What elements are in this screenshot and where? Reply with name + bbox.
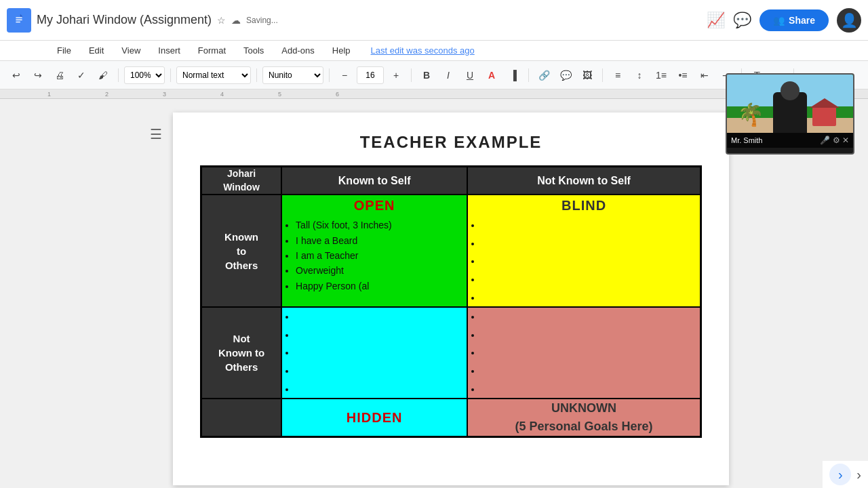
list-item[interactable] (481, 362, 700, 380)
unknown-list (468, 308, 700, 398)
outline-icon[interactable]: ☰ (150, 126, 162, 142)
comments-icon[interactable]: 💬 (733, 12, 751, 29)
line-spacing-button[interactable]: ↕ (630, 66, 649, 85)
mic-icon[interactable]: 🎤 (820, 136, 830, 145)
menu-insert[interactable]: Insert (155, 44, 183, 57)
paint-format-button[interactable]: 🖌 (94, 66, 113, 85)
comment-button[interactable]: 💬 (556, 66, 575, 85)
undo-button[interactable]: ↩ (7, 66, 26, 85)
bold-button[interactable]: B (417, 66, 436, 85)
blind-cell[interactable]: BLIND (467, 195, 701, 307)
menu-bar: File Edit View Insert Format Tools Add-o… (0, 41, 868, 61)
list-item[interactable] (481, 289, 700, 307)
bulleted-list-button[interactable]: •≡ (673, 66, 692, 85)
text-style-selector[interactable]: Normal text (176, 66, 251, 84)
svg-rect-1 (16, 17, 22, 18)
list-item[interactable] (296, 362, 467, 380)
star-icon[interactable]: ☆ (217, 15, 226, 26)
bottom-bar: › › (823, 461, 868, 488)
print-button[interactable]: 🖨 (50, 66, 69, 85)
collapse-icon[interactable]: › (856, 467, 861, 483)
video-overlay: 🌴 Mr. Smith 🎤 ⚙ ✕ (726, 73, 854, 155)
menu-help[interactable]: Help (330, 44, 353, 57)
redo-button[interactable]: ↪ (28, 66, 47, 85)
video-settings-icon[interactable]: ⚙ (833, 136, 840, 145)
bottom-label-row: HIDDEN UNKNOWN (5 Personal Goals Here) (201, 399, 701, 437)
image-button[interactable]: 🖼 (578, 66, 597, 85)
list-item[interactable] (296, 380, 467, 399)
font-size-input[interactable] (357, 66, 384, 84)
list-item[interactable] (481, 252, 700, 270)
menu-tools[interactable]: Tools (241, 44, 267, 57)
divider-3 (256, 68, 257, 82)
top-right-actions: 📈 💬 👥 Share 👤 (707, 8, 861, 33)
menu-format[interactable]: Format (195, 44, 229, 57)
list-item[interactable] (481, 344, 700, 362)
font-size-increase-button[interactable]: + (387, 66, 406, 85)
list-item[interactable] (481, 326, 700, 344)
google-docs-icon (7, 8, 31, 33)
last-edit-status: Last edit was seconds ago (371, 45, 475, 56)
video-feed: 🌴 (727, 75, 853, 133)
known-to-others-label: KnowntoOthers (201, 195, 282, 307)
list-item[interactable] (296, 326, 467, 344)
italic-button[interactable]: I (439, 66, 458, 85)
decrease-indent-button[interactable]: ⇤ (695, 66, 714, 85)
open-cell[interactable]: OPEN Tall (Six foot, 3 Inches) I have a … (281, 195, 467, 307)
menu-edit[interactable]: Edit (86, 44, 106, 57)
list-item[interactable] (481, 216, 700, 235)
svg-rect-2 (16, 19, 22, 20)
list-item[interactable] (481, 380, 700, 399)
list-item[interactable] (296, 344, 467, 362)
activity-icon[interactable]: 📈 (707, 12, 725, 29)
hidden-cell[interactable] (281, 307, 467, 399)
link-button[interactable]: 🔗 (534, 66, 553, 85)
highlight-button[interactable]: ▐ (504, 66, 523, 85)
list-item[interactable]: I have a Beard (296, 233, 467, 248)
known-to-others-row: KnowntoOthers OPEN Tall (Six foot, 3 Inc… (201, 195, 701, 307)
list-item[interactable]: Tall (Six foot, 3 Inches) (296, 218, 467, 232)
zoom-selector[interactable]: 100% (124, 66, 165, 84)
unknown-cell[interactable] (467, 307, 701, 399)
list-item[interactable]: I am a Teacher (296, 248, 467, 263)
not-known-to-others-row: NotKnown toOthers (201, 307, 701, 399)
avatar[interactable]: 👤 (837, 8, 861, 33)
font-size-decrease-button[interactable]: − (335, 66, 354, 85)
divider-7 (602, 68, 603, 82)
list-item[interactable] (296, 308, 467, 326)
close-video-icon[interactable]: ✕ (842, 136, 849, 145)
align-button[interactable]: ≡ (608, 66, 627, 85)
video-controls[interactable]: 🎤 ⚙ ✕ (820, 136, 849, 145)
text-color-button[interactable]: A (482, 66, 501, 85)
document-area: ☰ TEACHER EXAMPLE Johari Window Known to… (0, 99, 868, 488)
divider-2 (170, 68, 171, 82)
list-item[interactable]: Happy Person (al (296, 279, 467, 293)
share-button[interactable]: 👥 Share (760, 9, 829, 31)
saving-status: Saving... (246, 16, 278, 25)
share-icon: 👥 (773, 15, 785, 26)
unknown-label-cell: UNKNOWN (5 Personal Goals Here) (467, 399, 701, 437)
document-title[interactable]: My Johari Window (Assignment) (37, 13, 212, 27)
cloud-save-icon[interactable]: ☁ (231, 15, 241, 26)
list-item[interactable]: Overweight (296, 263, 467, 278)
menu-addons[interactable]: Add-ons (279, 44, 317, 57)
page-nav-icon[interactable]: › (829, 464, 851, 485)
list-item[interactable] (481, 308, 700, 326)
divider-1 (118, 68, 119, 82)
underline-button[interactable]: U (460, 66, 479, 85)
divider-5 (411, 68, 412, 82)
bottom-corner-cell (201, 399, 282, 437)
list-item[interactable] (481, 270, 700, 289)
font-selector[interactable]: Nunito (262, 66, 323, 84)
spell-check-button[interactable]: ✓ (72, 66, 91, 85)
numbered-list-button[interactable]: 1≡ (652, 66, 671, 85)
left-sidebar: ☰ (139, 113, 173, 484)
video-name-bar: Mr. Smith 🎤 ⚙ ✕ (727, 133, 853, 148)
list-item[interactable] (481, 235, 700, 253)
open-label: OPEN (282, 195, 467, 218)
known-to-self-header: Known to Self (281, 167, 467, 195)
video-participant-name: Mr. Smith (731, 136, 762, 144)
menu-file[interactable]: File (54, 44, 74, 57)
top-bar: My Johari Window (Assignment) ☆ ☁ Saving… (0, 0, 868, 41)
menu-view[interactable]: View (119, 44, 143, 57)
